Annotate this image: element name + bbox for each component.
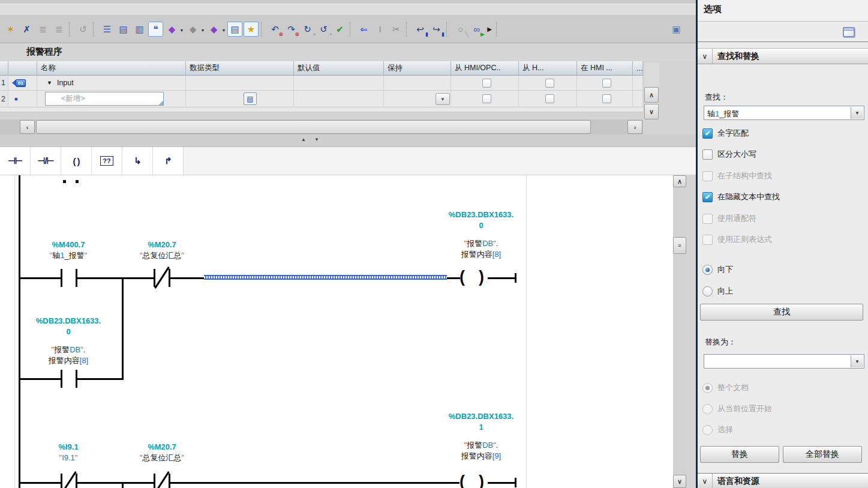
- header-from-h[interactable]: 从 H...: [519, 61, 577, 76]
- next-bookmark-icon[interactable]: ↪▮: [429, 22, 444, 37]
- header-more[interactable]: ...: [633, 61, 643, 76]
- scroll-up-button[interactable]: ∧: [644, 87, 659, 103]
- expand-networks-icon[interactable]: ☰: [100, 22, 115, 37]
- horizontal-scroll-thumb[interactable]: [36, 120, 591, 134]
- scroll-right-button[interactable]: ›: [627, 120, 642, 134]
- header-in-hmi[interactable]: 在 HMI ...: [577, 61, 633, 76]
- default-cell[interactable]: [294, 91, 384, 107]
- checkbox-icon[interactable]: [702, 149, 713, 160]
- insert-network-icon[interactable]: ✶: [3, 22, 18, 37]
- whole-words-checkbox[interactable]: ✔全字匹配: [702, 128, 749, 139]
- nc-contact-bar[interactable]: [154, 269, 155, 287]
- no-contact-bar[interactable]: [61, 370, 62, 388]
- match-case-checkbox[interactable]: 区分大小写: [702, 149, 756, 160]
- network-comments-toggle-icon[interactable]: ❝: [148, 22, 163, 37]
- coil-favorite-button[interactable]: ( ): [61, 147, 92, 175]
- monitoring-on-off-icon[interactable]: ∞▶: [469, 22, 484, 37]
- retain-cell[interactable]: [384, 76, 451, 91]
- nc-contact-bar[interactable]: [154, 474, 155, 488]
- header-from-hmi-opc[interactable]: 从 HMI/OPC..: [451, 61, 519, 76]
- table-row[interactable]: 1 01 ▼ Input: [0, 76, 643, 91]
- no-contact-bar[interactable]: [61, 269, 62, 287]
- datatype-cell[interactable]: ▤: [186, 91, 294, 107]
- retain-dropdown-button[interactable]: ▼: [435, 93, 450, 105]
- header-default[interactable]: 默认值: [294, 61, 384, 76]
- checkbox[interactable]: [545, 79, 554, 88]
- find-combobox[interactable]: 轴1_报警 ▼: [704, 106, 864, 120]
- resize-grip[interactable]: [159, 101, 163, 105]
- operand-representation-dropdown-icon[interactable]: ◆▾: [206, 22, 221, 37]
- languages-resources-section-header[interactable]: ∨ 语言和资源: [698, 473, 868, 488]
- direction-up-radio[interactable]: 向上: [702, 286, 733, 297]
- nc-contact-favorite-button[interactable]: ⊣/⊢: [31, 147, 61, 175]
- insert-statement-icon[interactable]: I: [373, 22, 388, 37]
- scroll-left-button[interactable]: ‹: [20, 120, 35, 134]
- more-commands-icon[interactable]: ▶: [485, 22, 494, 37]
- new-variable-input[interactable]: <新增>: [45, 92, 164, 106]
- dropdown-caret-icon[interactable]: ▾: [202, 28, 204, 33]
- name-cell-new[interactable]: <新增>: [37, 91, 186, 107]
- dropdown-arrow-icon[interactable]: ▼: [851, 355, 863, 367]
- splitter-up-icon[interactable]: ▲: [301, 137, 306, 142]
- contact-label[interactable]: %M400.7 "轴1_报警": [20, 239, 116, 261]
- retain-cell[interactable]: ▼: [384, 91, 451, 107]
- insert-network-above-icon[interactable]: ≣: [35, 22, 50, 37]
- coil-left-paren[interactable]: (: [459, 474, 465, 488]
- header-datatype[interactable]: 数据类型: [186, 61, 294, 76]
- synchronize-block-calls-icon[interactable]: ↺▫: [316, 22, 331, 37]
- radio-icon[interactable]: [702, 286, 713, 297]
- float-window-icon[interactable]: [843, 27, 855, 37]
- coil-left-paren[interactable]: (: [459, 269, 465, 285]
- name-cell-input-section[interactable]: ▼ Input: [37, 76, 186, 91]
- coil-right-paren[interactable]: ): [479, 269, 484, 285]
- open-branch-favorite-button[interactable]: ↳: [122, 147, 153, 175]
- datatype-cell[interactable]: [186, 76, 294, 91]
- default-cell[interactable]: [294, 76, 384, 91]
- coil-address-label[interactable]: %DB23.DBX1633. 0: [433, 209, 529, 231]
- nc-contact-bar[interactable]: [76, 474, 77, 488]
- call-environment-icon[interactable]: ⇐: [356, 22, 371, 37]
- ladder-vertical-scrollbar[interactable]: ∧ ≡ ∨: [673, 175, 686, 488]
- empty-box-favorite-button[interactable]: ??: [92, 147, 122, 175]
- pane-splitter[interactable]: ▲ ▼: [0, 134, 696, 146]
- absolute-operands-dropdown-icon[interactable]: ◆▾: [164, 22, 179, 37]
- contact-label[interactable]: %M20.7 "总复位汇总": [114, 442, 210, 463]
- table-row[interactable]: 2 ■ <新增> ▤ ▼: [0, 91, 643, 107]
- search-in-block-icon[interactable]: ○╲: [453, 22, 468, 37]
- replace-button[interactable]: 替换: [700, 446, 779, 463]
- comment-visibility-dropdown-icon[interactable]: ◆▾: [185, 22, 200, 37]
- header-name[interactable]: 名称: [37, 61, 186, 76]
- header-retain[interactable]: 保持: [384, 61, 451, 76]
- table-horizontal-scrollbar[interactable]: ‹ ›: [0, 119, 643, 134]
- table-vertical-scrollbar[interactable]: ∧ ∨: [644, 62, 659, 119]
- replace-all-button[interactable]: 全部替换: [783, 446, 862, 463]
- no-contact-favorite-button[interactable]: ⊣⊢: [0, 147, 31, 175]
- split-editor-space-icon[interactable]: ▣: [669, 22, 684, 37]
- datatype-picker-button[interactable]: ▤: [244, 92, 257, 105]
- checkbox[interactable]: [482, 79, 491, 88]
- direction-down-radio[interactable]: 向下: [702, 264, 733, 275]
- keep-actual-values-icon[interactable]: ↺: [76, 22, 91, 37]
- radio-icon[interactable]: [702, 265, 713, 275]
- favorites-toggle-icon[interactable]: ★: [244, 22, 259, 37]
- replace-combobox[interactable]: ▼: [704, 354, 864, 369]
- go-to-previous-error-icon[interactable]: ↶⊗: [268, 22, 283, 37]
- checkbox[interactable]: [482, 94, 491, 103]
- open-all-networks-icon[interactable]: ▤: [116, 22, 131, 37]
- scroll-down-button[interactable]: ∨: [644, 104, 659, 119]
- coil-name-label[interactable]: "报警DB". 报警内容[9]: [433, 440, 529, 462]
- find-in-hidden-text-checkbox[interactable]: ✔在隐藏文本中查找: [702, 191, 780, 202]
- freeform-comments-toggle-icon[interactable]: ▤: [227, 22, 242, 37]
- dropdown-arrow-icon[interactable]: ▼: [851, 107, 863, 119]
- collapse-chevron-icon[interactable]: ∨: [698, 49, 713, 64]
- go-to-next-error-icon[interactable]: ↷⊗: [284, 22, 299, 37]
- branch-contact-name[interactable]: "报警DB". 报警内容[8]: [20, 345, 116, 366]
- delete-statement-icon[interactable]: ✂: [389, 22, 404, 37]
- close-all-networks-icon[interactable]: ▥: [132, 22, 147, 37]
- expander-icon[interactable]: ▼: [47, 80, 52, 86]
- checkbox-icon[interactable]: ✔: [702, 128, 713, 139]
- vertical-scroll-thumb[interactable]: ≡: [673, 237, 686, 254]
- selected-wire-segment[interactable]: [204, 275, 447, 280]
- dropdown-caret-icon[interactable]: ▾: [223, 28, 225, 33]
- coil-right-paren[interactable]: ): [479, 474, 484, 488]
